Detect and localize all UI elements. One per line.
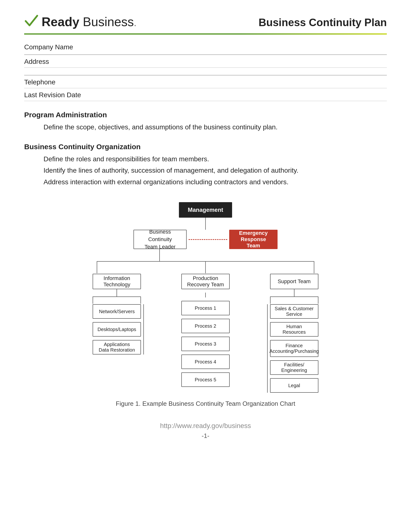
address-field: Address — [24, 56, 387, 68]
process1-node: Process 1 — [181, 301, 230, 315]
ert-node: EmergencyResponse Team — [229, 230, 278, 249]
center-col-drop — [205, 261, 206, 273]
address-label: Address — [24, 56, 387, 66]
it-node: InformationTechnology — [93, 274, 141, 289]
support-subnodes: Sales & CustomerService Human Resources … — [268, 304, 321, 393]
three-col-bracket: InformationTechnology — [73, 261, 338, 393]
org-chart: Management Business ContinuityTeam Leade… — [48, 202, 363, 408]
mgmt-vline — [205, 218, 206, 230]
prod-node: ProductionRecovery Team — [181, 274, 230, 289]
program-admin-body: Define the scope, objectives, and assump… — [44, 121, 387, 133]
prod-column: ProductionRecovery Team Process 1 Proces… — [161, 274, 250, 393]
checkmark-icon — [24, 13, 39, 28]
bcl-vline — [159, 249, 160, 261]
last-revision-line — [24, 101, 387, 101]
it-column: InformationTechnology — [73, 274, 161, 393]
it-right-bracket — [143, 304, 144, 354]
program-admin-section: Program Administration Define the scope,… — [24, 111, 387, 133]
right-col-drop — [314, 261, 314, 273]
support-hline — [270, 296, 318, 297]
hr-node: Human Resources — [270, 322, 318, 337]
page-footer: http://www.ready.gov/business -1- — [24, 422, 387, 440]
it-right-drop — [140, 296, 141, 304]
management-node: Management — [179, 202, 232, 218]
it-hline — [93, 296, 141, 297]
support-node: Support Team — [270, 274, 318, 289]
bcl-ert-row: Business ContinuityTeam Leader Emergency… — [133, 230, 278, 249]
it-left-drop — [93, 296, 93, 304]
process3-node: Process 3 — [181, 337, 230, 351]
it-vline1 — [117, 289, 117, 296]
prod-vline — [205, 293, 206, 297]
dashed-connector — [188, 239, 227, 240]
logo-area: Ready Business. — [24, 15, 137, 29]
support-left-drop — [270, 296, 271, 304]
company-name-field: Company Name — [24, 42, 387, 55]
company-name-label: Company Name — [24, 42, 387, 51]
footer-page: -1- — [24, 432, 387, 440]
left-col-drop — [97, 261, 97, 273]
chart-caption: Figure 1. Example Business Continuity Te… — [48, 400, 363, 408]
support-column: Support Team Sales & Custom — [250, 274, 338, 393]
bc-org-body: Define the roles and responsibilities fo… — [44, 153, 387, 188]
form-section: Company Name Address — [24, 42, 387, 68]
legal-node: Legal — [270, 378, 318, 393]
program-admin-title: Program Administration — [24, 111, 387, 119]
three-cols: InformationTechnology — [73, 274, 338, 393]
sales-node: Sales & CustomerService — [270, 304, 318, 319]
telephone-label: Telephone — [24, 77, 387, 86]
form-section-2: Telephone Last Revision Date — [24, 75, 387, 101]
process4-node: Process 4 — [181, 354, 230, 369]
last-revision-label: Last Revision Date — [24, 90, 387, 99]
facilities-node: Facilities/Engineering — [270, 360, 318, 375]
telephone-bottom-line — [24, 88, 387, 88]
telephone-field: Telephone — [24, 75, 387, 88]
support-left-bracket — [267, 304, 268, 393]
bc-org-section: Business Continuity Organization Define … — [24, 143, 387, 188]
support-vline1 — [294, 289, 294, 296]
finance-node: FinanceAccounting/Purchasing — [270, 340, 318, 357]
process2-node: Process 2 — [181, 319, 230, 333]
bcl-node: Business ContinuityTeam Leader — [133, 230, 187, 249]
footer-url: http://www.ready.gov/business — [24, 422, 387, 430]
desktops-node: Desktops/Laptops — [93, 322, 141, 337]
apps-node: ApplicationsData Restoration — [93, 340, 141, 354]
address-line — [24, 67, 387, 68]
it-subnodes: Network/Servers Desktops/Laptops Applica… — [90, 304, 143, 354]
logo-text: Ready Business. — [42, 15, 137, 29]
page-title: Business Continuity Plan — [258, 15, 387, 28]
network-node: Network/Servers — [93, 304, 141, 319]
telephone-top-line — [24, 75, 387, 76]
last-revision-field: Last Revision Date — [24, 90, 387, 101]
process5-node: Process 5 — [181, 372, 230, 387]
company-name-line — [24, 54, 387, 55]
bc-org-title: Business Continuity Organization — [24, 143, 387, 151]
support-right-drop — [318, 296, 318, 304]
header-divider — [24, 33, 387, 35]
page-header: Ready Business. Business Continuity Plan — [24, 15, 387, 29]
